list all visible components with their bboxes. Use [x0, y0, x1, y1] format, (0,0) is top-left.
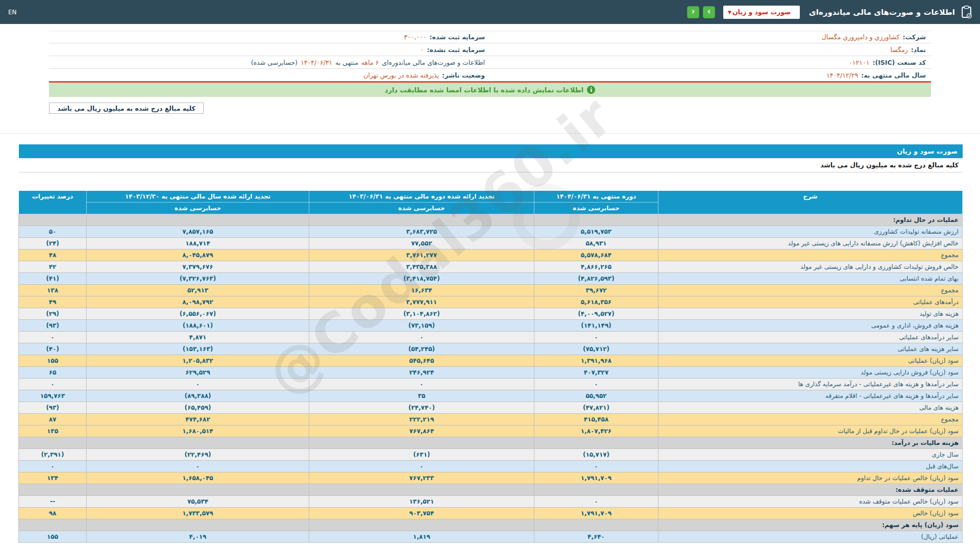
table-row: خالص افزایش (کاهش) ارزش منصفانه دارایی ه… — [19, 238, 963, 249]
value-current-period: ۳۹,۶۷۲ — [534, 285, 658, 296]
value-restated-prior-year: ۷,۸۵۷,۱۶۵ — [87, 226, 309, 238]
fiscal-year-end-value: ۱۴۰۴/۱۲/۲۹ — [826, 71, 858, 79]
section-divider — [0, 133, 980, 134]
table-row: مجموع۴۱۵,۴۵۸۲۲۲,۲۱۹۴۷۴,۶۸۲۸۷ — [19, 414, 963, 425]
table-row: سود (زیان) فروش دارایی زیستی مولد۴۰۷,۳۲۷… — [19, 367, 963, 379]
value-restated-prior-period: ۲۲۲,۲۱۹ — [309, 414, 534, 425]
value-current-period: ۴,۶۴۰ — [534, 531, 658, 543]
table-row: سود (زیان) خالص عملیات در حال تداوم۱,۷۹۱… — [19, 472, 963, 484]
value-restated-prior-period: ۳,۷۷۷,۹۱۱ — [309, 296, 534, 308]
value-change-percent — [19, 519, 87, 531]
clipboard-report-icon — [961, 6, 972, 18]
top-navigation-bar: اطلاعات و صورت‌های مالی میاندوره‌ای صورت… — [0, 0, 980, 24]
value-change-percent: (۲۴) — [19, 238, 87, 249]
value-current-period — [534, 484, 658, 496]
value-current-period: (۴۷,۸۲۱) — [534, 402, 658, 414]
value-change-percent: (۴۱) — [19, 273, 87, 285]
value-restated-prior-period: ۰ — [309, 332, 534, 343]
registered-capital-cell: سرمایه ثبت شده: ۳۰۰,۰۰۰ — [49, 31, 490, 43]
value-restated-prior-year: ۸,۰۴۵,۸۷۹ — [87, 249, 309, 261]
value-restated-prior-year: (۶,۵۵۶,۰۶۷) — [87, 308, 309, 320]
value-current-period: ۵,۵۷۸,۶۸۴ — [534, 249, 658, 261]
amounts-unit-note-box: کلیه مبالغ درج شده به میلیون ریال می باش… — [49, 103, 204, 114]
value-restated-prior-period: ۷۶۷,۸۶۴ — [309, 425, 534, 437]
company-info-table: شرکت: کشاورزي و دامپروري مگسال سرمایه ثب… — [49, 31, 931, 82]
value-current-period: ۱,۷۹۱,۷۰۹ — [534, 508, 658, 519]
next-statement-button[interactable]: › — [703, 6, 715, 18]
value-restated-prior-year: (۱۵۳,۱۶۳) — [87, 343, 309, 355]
row-label: درآمدهای عملیاتی — [658, 296, 963, 308]
registered-capital-label: سرمایه ثبت شده: — [430, 33, 485, 41]
table-row: سال جاری(۱۵,۷۱۷)(۶۳۱)(۲۲,۴۶۹)(۲,۳۹۱) — [19, 449, 963, 461]
header-change-percent: درصد تغییرات — [19, 191, 87, 214]
value-change-percent: ۰ — [19, 379, 87, 390]
row-label: سود (زیان) عملیات در حال تداوم قبل از ما… — [658, 425, 963, 437]
value-restated-prior-year: ۱,۲۰۵,۸۳۲ — [87, 355, 309, 367]
info-icon: i — [587, 86, 595, 94]
isic-code-value: ۰۱۲۱۰۱ — [849, 59, 869, 66]
value-restated-prior-period: ۳,۷۶۱,۲۷۷ — [309, 249, 534, 261]
chevron-right-icon: › — [707, 7, 711, 16]
info-row: نماد: زمگسا سرمایه ثبت نشده: ۰ — [49, 43, 931, 56]
language-toggle-en[interactable]: EN — [8, 9, 17, 16]
fiscal-year-end-label: سال مالی منتهی به: — [861, 71, 926, 79]
table-row: مجموع۳۹,۶۷۲۱۶,۶۳۴۵۲,۹۱۳۱۳۸ — [19, 285, 963, 296]
row-label: ارزش منصفانه تولیدات کشاورزی — [658, 226, 963, 238]
value-restated-prior-period: (۲۴,۷۴۰) — [309, 402, 534, 414]
value-current-period: (۱۵,۷۱۷) — [534, 449, 658, 461]
value-restated-prior-period: (۵۴,۲۴۵) — [309, 343, 534, 355]
value-restated-prior-period — [309, 484, 534, 496]
unregistered-capital-value: ۰ — [421, 46, 424, 54]
statement-type-dropdown[interactable]: صورت سود و زیان ▼ — [723, 6, 800, 19]
value-restated-prior-year: ۴۷۴,۶۸۲ — [87, 414, 309, 425]
row-label: عملیات متوقف شده: — [658, 484, 963, 496]
row-label: سود (زیان) خالص — [658, 508, 963, 519]
fiscal-year-end-cell: سال مالی منتهی به: ۱۴۰۴/۱۲/۲۹ — [490, 69, 931, 81]
value-current-period: ۵۸,۹۳۱ — [534, 238, 658, 249]
table-row: سود (زیان) عملیات در حال تداوم قبل از ما… — [19, 425, 963, 437]
prev-statement-button[interactable]: ‹ — [687, 6, 699, 18]
value-change-percent: ۰ — [19, 332, 87, 343]
listing-status-cell: وضعیت ناشر: پذیرفته شده در بورس تهران — [49, 69, 490, 81]
income-statement-title-bar: صورت سود و زیان — [19, 144, 963, 158]
row-label: سایر درآمدها و هزینه های غیرعملیاتی - اق… — [658, 390, 963, 402]
table-row: سود (زیان) خالص۱,۷۹۱,۷۰۹۹۰۳,۷۵۴۱,۷۳۳,۵۷۹… — [19, 508, 963, 519]
value-restated-prior-period: ۳۵ — [309, 390, 534, 402]
value-restated-prior-year: ۷۵,۵۳۴ — [87, 496, 309, 508]
value-current-period: ۴۰۷,۳۲۷ — [534, 367, 658, 379]
table-row: ارزش منصفانه تولیدات کشاورزی۵,۵۱۹,۷۵۳۳,۶… — [19, 226, 963, 238]
value-restated-prior-period: (۷۳,۱۵۹) — [309, 320, 534, 332]
value-restated-prior-period: ۷۷,۵۵۲ — [309, 238, 534, 249]
table-row: سایر درآمدهای عملیاتی۰۰۴,۸۷۱۰ — [19, 332, 963, 343]
table-section-row: هزینه مالیات بر درآمد: — [19, 437, 963, 449]
value-change-percent: -- — [19, 496, 87, 508]
ticker-symbol-label: نماد: — [911, 46, 926, 54]
row-label: سال‌های قبل — [658, 461, 963, 472]
table-row: سایر هزینه های عملیاتی(۷۵,۷۱۲)(۵۴,۲۴۵)(۱… — [19, 343, 963, 355]
value-current-period: (۴,۸۲۶,۵۹۳) — [534, 273, 658, 285]
table-row: مجموع۵,۵۷۸,۶۸۴۳,۷۶۱,۲۷۷۸,۰۴۵,۸۷۹۴۸ — [19, 249, 963, 261]
value-restated-prior-year: ۷,۳۷۹,۶۷۶ — [87, 261, 309, 273]
value-restated-prior-period: ۰ — [309, 461, 534, 472]
row-label: هزینه های تولید — [658, 308, 963, 320]
table-row: سود (زیان) خالص عملیات متوقف شده۰۱۳۶,۵۲۱… — [19, 496, 963, 508]
row-label: عملیات در حال تداوم: — [658, 214, 963, 226]
header-current-period: دوره منتهی به ۱۴۰۴/۰۶/۳۱ — [534, 191, 658, 203]
row-label: بهای تمام شده انتسابی — [658, 273, 963, 285]
statement-period-highlight: ۶ ماهه — [361, 59, 379, 66]
value-restated-prior-year — [87, 484, 309, 496]
table-row: سایر درآمدها و هزینه های غیرعملیاتی - در… — [19, 379, 963, 390]
isic-code-label: کد صنعت (ISIC): — [872, 59, 926, 66]
page-title: اطلاعات و صورت‌های مالی میاندوره‌ای — [809, 8, 955, 17]
signature-match-text: اطلاعات نمایش داده شده با اطلاعات امضا ش… — [385, 86, 584, 94]
table-section-row: عملیات در حال تداوم: — [19, 214, 963, 226]
table-section-row: عملیات متوقف شده: — [19, 484, 963, 496]
signature-match-notice: i اطلاعات نمایش داده شده با اطلاعات امضا… — [49, 81, 931, 97]
value-current-period: ۵۵,۹۵۲ — [534, 390, 658, 402]
listing-status-label: وضعیت ناشر: — [442, 71, 485, 79]
value-change-percent — [19, 437, 87, 449]
table-section-row: سود (زیان) پایه هر سهم: — [19, 519, 963, 531]
value-restated-prior-year: ۱,۶۸۰,۵۱۴ — [87, 425, 309, 437]
value-restated-prior-year: ۴,۸۷۱ — [87, 332, 309, 343]
value-current-period: ۰ — [534, 379, 658, 390]
